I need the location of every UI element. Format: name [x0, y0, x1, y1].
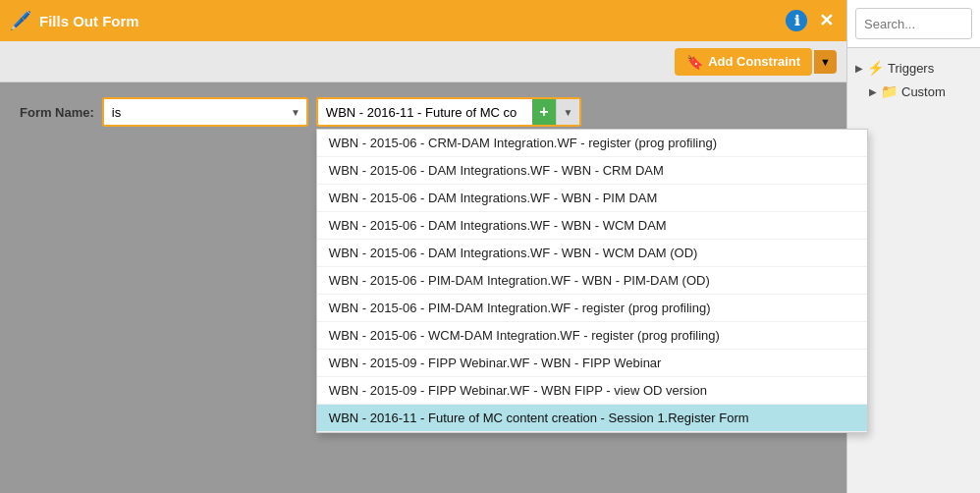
form-icon: 🖊️ [10, 10, 31, 31]
value-input[interactable] [318, 105, 532, 120]
dropdown-item-3[interactable]: WBN - 2015-06 - DAM Integrations.WF - WB… [317, 212, 867, 240]
operator-select-wrapper: is [102, 97, 308, 127]
value-field-top: + ▼ [316, 97, 581, 127]
toolbar: 🔖 Add Constraint ▼ [0, 41, 846, 82]
close-button[interactable]: ✕ [815, 10, 837, 31]
tree-item-triggers[interactable]: ▶ ⚡ Triggers [851, 56, 976, 80]
dropdown-item-1[interactable]: WBN - 2015-06 - DAM Integrations.WF - WB… [317, 157, 867, 185]
value-dropdown-arrow[interactable]: ▼ [556, 99, 579, 125]
dropdown-item-0[interactable]: WBN - 2015-06 - CRM-DAM Integration.WF -… [317, 130, 867, 157]
dropdown-item-7[interactable]: WBN - 2015-06 - WCM-DAM Integration.WF -… [317, 322, 867, 350]
title-bar: 🖊️ Fills Out Form ℹ ✕ [0, 0, 846, 41]
triggers-label: Triggers [888, 61, 934, 76]
info-button[interactable]: ℹ [786, 10, 807, 31]
value-field-wrapper: + ▼ WBN - 2015-06 - CRM-DAM Integration.… [316, 97, 581, 127]
add-constraint-label: Add Constraint [708, 54, 800, 69]
custom-label: Custom [901, 84, 946, 99]
dropdown-item-5[interactable]: WBN - 2015-06 - PIM-DAM Integration.WF -… [317, 267, 867, 295]
dropdown-item-2[interactable]: WBN - 2015-06 - DAM Integrations.WF - WB… [317, 185, 867, 212]
add-value-button[interactable]: + [532, 99, 556, 125]
constraint-icon: 🔖 [686, 54, 703, 70]
tree-expand-custom: ▶ [869, 86, 877, 97]
value-dropdown-list: WBN - 2015-06 - CRM-DAM Integration.WF -… [316, 129, 868, 433]
operator-select[interactable]: is [102, 97, 308, 127]
search-box [847, 0, 980, 48]
title-bar-right: ℹ ✕ [786, 10, 837, 31]
search-input[interactable] [855, 8, 972, 39]
add-constraint-button[interactable]: 🔖 Add Constraint [675, 48, 812, 76]
dropdown-item-8[interactable]: WBN - 2015-09 - FIPP Webinar.WF - WBN - … [317, 350, 867, 377]
tree-expand-triggers: ▶ [855, 63, 863, 74]
form-area: Form Name: is + ▼ WBN - 2015-06 - CRM-DA… [0, 82, 846, 493]
add-constraint-dropdown[interactable]: ▼ [814, 50, 837, 74]
dropdown-item-6[interactable]: WBN - 2015-06 - PIM-DAM Integration.WF -… [317, 295, 867, 322]
window-title: Fills Out Form [39, 13, 139, 29]
main-window: 🖊️ Fills Out Form ℹ ✕ 🔖 Add Constraint ▼… [0, 0, 846, 493]
dropdown-item-9[interactable]: WBN - 2015-09 - FIPP Webinar.WF - WBN FI… [317, 377, 867, 405]
dropdown-item-10[interactable]: WBN - 2016-11 - Future of MC content cre… [317, 405, 867, 432]
form-row: Form Name: is + ▼ WBN - 2015-06 - CRM-DA… [20, 97, 827, 127]
custom-icon: 📁 [881, 83, 898, 99]
title-bar-left: 🖊️ Fills Out Form [10, 10, 139, 31]
dropdown-item-4[interactable]: WBN - 2015-06 - DAM Integrations.WF - WB… [317, 240, 867, 267]
form-name-label: Form Name: [20, 105, 94, 120]
triggers-icon: ⚡ [867, 60, 884, 76]
tree-item-custom[interactable]: ▶ 📁 Custom [851, 80, 976, 103]
